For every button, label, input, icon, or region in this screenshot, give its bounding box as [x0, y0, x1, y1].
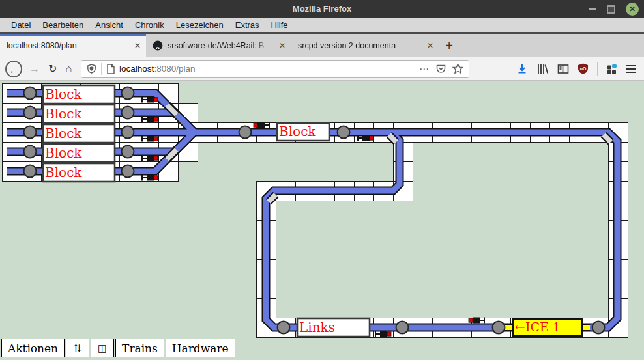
- tab-title: srsoftware-de/Web4Rail: B: [168, 41, 275, 50]
- menubar: DateiBearbeitenAnsichtChronikLesezeichen…: [0, 18, 644, 32]
- urlbar-separator: [101, 63, 102, 75]
- tab-close-icon[interactable]: ✕: [427, 42, 433, 49]
- contact-point[interactable]: [122, 146, 134, 158]
- menu-ansicht[interactable]: Ansicht: [89, 20, 129, 30]
- window-titlebar: Mozilla Firefox ✕: [0, 0, 644, 18]
- contact-point[interactable]: [122, 87, 134, 100]
- signal-body[interactable]: [380, 331, 387, 337]
- signal-body[interactable]: [147, 156, 154, 161]
- swap-button[interactable]: ⇅: [66, 339, 89, 357]
- signal-body[interactable]: [147, 97, 154, 103]
- tab-title: srcpd version 2 documenta: [298, 41, 423, 50]
- block-label[interactable]: Block: [45, 106, 82, 122]
- tab-srcpd[interactable]: srcpd version 2 documenta ✕: [291, 34, 439, 57]
- reload-button[interactable]: ↻: [48, 62, 57, 75]
- split-view-button[interactable]: ◫: [91, 339, 114, 357]
- tab-strip: localhost:8080/plan ✕ srsoftware-de/Web4…: [0, 32, 644, 57]
- hardware-button[interactable]: Hardware: [166, 339, 235, 357]
- maximize-icon[interactable]: [607, 5, 615, 14]
- signal-body[interactable]: [362, 135, 370, 141]
- signal-red-lamp: [154, 117, 158, 121]
- window-title: Mozilla Firefox: [0, 0, 644, 18]
- tab-title: localhost:8080/plan: [7, 41, 130, 50]
- nav-toolbar: ← → ↻ ⌂ localhost:8080/plan ⋯: [0, 57, 644, 81]
- aktionen-button[interactable]: Aktionen: [1, 339, 65, 357]
- signal-red-lamp: [154, 137, 158, 141]
- contact-point[interactable]: [338, 126, 350, 139]
- contact-point[interactable]: [493, 322, 505, 334]
- contact-point[interactable]: [24, 87, 37, 100]
- library-icon[interactable]: [536, 63, 549, 75]
- signal-red-lamp: [154, 156, 158, 160]
- tab-github[interactable]: srsoftware-de/Web4Rail: B ✕: [146, 34, 291, 57]
- page-content: BlockBlockBlockBlockBlockBlockLinks←ICE …: [0, 81, 644, 360]
- tracking-shield-icon[interactable]: [87, 64, 96, 74]
- menu-lesezeichen[interactable]: Lesezeichen: [170, 20, 229, 30]
- contact-point[interactable]: [278, 322, 290, 334]
- ublock-icon[interactable]: uO: [578, 63, 589, 74]
- signal-body[interactable]: [147, 136, 154, 142]
- block-label[interactable]: Block: [279, 124, 316, 139]
- bottom-menu: Aktionen⇅◫TrainsHardware: [1, 339, 237, 357]
- block-label[interactable]: Block: [45, 126, 82, 141]
- sidebar-icon[interactable]: [557, 64, 569, 74]
- url-path: :8080/plan: [154, 64, 195, 74]
- menu-datei[interactable]: Datei: [5, 20, 37, 30]
- page-info-icon[interactable]: [106, 64, 115, 74]
- signal-red-lamp: [370, 136, 373, 140]
- signal-body[interactable]: [257, 122, 265, 128]
- tab-close-icon[interactable]: ✕: [279, 42, 285, 49]
- signal-red-lamp: [254, 123, 257, 127]
- toolbar-separator: [597, 62, 598, 76]
- github-icon: [153, 40, 163, 51]
- track-plan[interactable]: BlockBlockBlockBlockBlockBlockLinks←ICE …: [0, 81, 644, 360]
- url-host: localhost: [119, 64, 154, 74]
- menu-hamburger-icon[interactable]: [626, 65, 636, 73]
- contact-point[interactable]: [24, 165, 37, 178]
- contact-point[interactable]: [24, 107, 37, 119]
- signal-body[interactable]: [147, 175, 154, 181]
- contact-point[interactable]: [396, 322, 409, 334]
- contact-point[interactable]: [122, 126, 134, 139]
- signal-red-lamp: [469, 318, 473, 322]
- url-text[interactable]: localhost:8080/plan: [119, 64, 413, 74]
- url-bar[interactable]: localhost:8080/plan ⋯: [81, 60, 469, 78]
- train-label[interactable]: ←ICE 1: [515, 320, 561, 334]
- signal-red-lamp: [154, 98, 158, 102]
- block-label[interactable]: Block: [45, 145, 82, 161]
- signal-red-lamp: [154, 176, 158, 180]
- download-icon[interactable]: [516, 63, 528, 75]
- menu-extras[interactable]: Extras: [229, 20, 265, 30]
- signal-red-lamp: [387, 332, 391, 336]
- svg-text:uO: uO: [580, 66, 587, 71]
- menu-chronik[interactable]: Chronik: [129, 20, 170, 30]
- forward-button[interactable]: →: [29, 63, 40, 75]
- block-label[interactable]: Block: [45, 87, 82, 102]
- contact-point[interactable]: [239, 126, 252, 139]
- block-label[interactable]: Links: [299, 320, 335, 335]
- contact-point[interactable]: [24, 126, 37, 139]
- block-label[interactable]: Block: [45, 165, 82, 180]
- close-icon[interactable]: ✕: [626, 3, 639, 16]
- signal-body[interactable]: [147, 117, 154, 122]
- minimize-icon[interactable]: [589, 8, 596, 10]
- menu-hilfe[interactable]: Hilfe: [265, 20, 294, 30]
- signal-body[interactable]: [473, 318, 480, 324]
- new-tab-button[interactable]: +: [439, 34, 459, 57]
- pocket-icon[interactable]: [435, 64, 446, 74]
- contact-point[interactable]: [593, 322, 605, 334]
- contact-point[interactable]: [122, 107, 134, 119]
- tab-close-icon[interactable]: ✕: [134, 42, 141, 49]
- tab-plan[interactable]: localhost:8080/plan ✕: [0, 34, 146, 57]
- contact-point[interactable]: [122, 165, 134, 178]
- page-actions-icon[interactable]: ⋯: [419, 63, 430, 75]
- home-button[interactable]: ⌂: [65, 63, 72, 75]
- contact-point[interactable]: [24, 146, 37, 158]
- trains-button[interactable]: Trains: [115, 339, 164, 357]
- bookmark-star-icon[interactable]: [452, 63, 463, 74]
- apps-icon[interactable]: [606, 63, 618, 74]
- back-button[interactable]: ←: [5, 61, 22, 77]
- menu-bearbeiten[interactable]: Bearbeiten: [37, 20, 89, 30]
